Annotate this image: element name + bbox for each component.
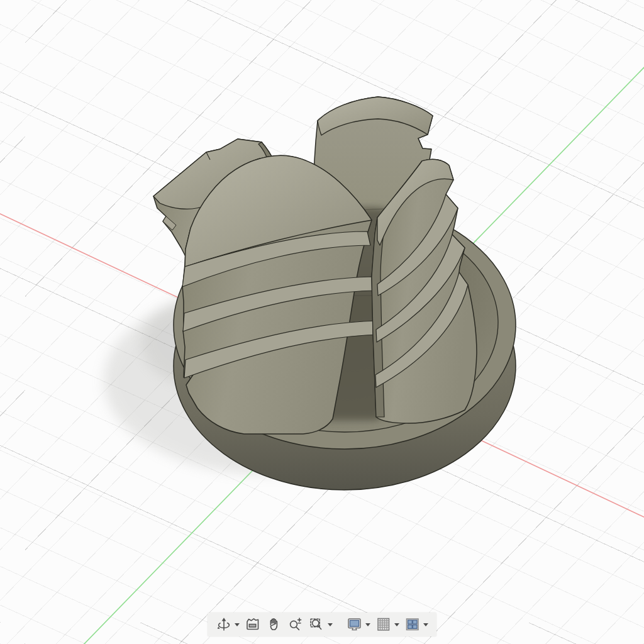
orbit-icon	[216, 616, 232, 633]
grid-and-snaps-icon	[375, 616, 392, 633]
cad-viewport[interactable]	[0, 0, 644, 644]
zoom-icon	[287, 616, 304, 633]
grid-and-snaps-dropdown-caret[interactable]	[394, 623, 399, 626]
navigation-toolbar	[208, 613, 436, 636]
model-body[interactable]	[153, 97, 516, 490]
pan-button[interactable]	[265, 616, 283, 633]
orbit-dropdown-caret[interactable]	[235, 623, 240, 626]
display-settings-dropdown-caret[interactable]	[365, 623, 370, 626]
viewports-icon	[404, 616, 421, 633]
zoom-window-icon	[309, 616, 325, 633]
model-canvas[interactable]	[0, 0, 644, 644]
display-settings-button[interactable]	[346, 616, 371, 633]
zoom-window-button[interactable]	[308, 616, 333, 633]
zoom-window-dropdown-caret[interactable]	[328, 623, 333, 626]
viewports-dropdown-caret[interactable]	[423, 623, 428, 626]
look-at-button[interactable]	[244, 616, 262, 633]
orbit-button[interactable]	[215, 616, 240, 633]
viewports-button[interactable]	[404, 616, 429, 633]
look-at-icon	[245, 616, 261, 633]
display-settings-icon	[347, 616, 363, 633]
zoom-button[interactable]	[287, 616, 304, 633]
pan-icon	[266, 616, 282, 633]
grid-and-snaps-button[interactable]	[375, 616, 400, 633]
